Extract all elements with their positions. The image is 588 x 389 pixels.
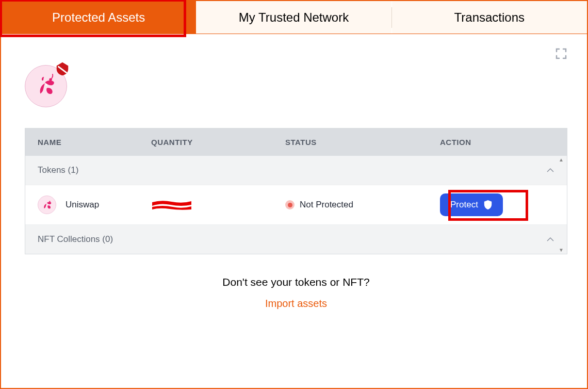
maximize-icon[interactable] <box>555 47 567 60</box>
status-label: Not Protected <box>300 200 353 210</box>
status-dot-icon <box>285 200 295 209</box>
row-name: Uniswap <box>66 200 151 210</box>
uniswap-icon <box>38 196 56 214</box>
group-tokens[interactable]: Tokens (1) <box>25 156 567 185</box>
table-row: Uniswap Not Protected <box>25 185 567 225</box>
scroll-up-icon[interactable]: ▲ <box>559 157 564 163</box>
header-name: NAME <box>38 138 151 147</box>
svg-point-2 <box>49 201 50 202</box>
group-label: NFT Collections (0) <box>38 234 113 245</box>
row-status: Not Protected <box>285 200 440 210</box>
header-action: ACTION <box>440 138 554 147</box>
tab-trusted-network[interactable]: My Trusted Network <box>196 1 391 34</box>
table-body: ▲ Tokens (1) <box>25 156 567 254</box>
alert-icon <box>55 61 70 76</box>
protect-button[interactable]: Protect <box>440 193 503 216</box>
header-status: STATUS <box>285 138 440 147</box>
chevron-up-icon <box>546 168 554 173</box>
group-label: Tokens (1) <box>38 165 78 175</box>
import-assets-link[interactable]: Import assets <box>25 298 567 310</box>
tab-bar: Protected Assets My Trusted Network Tran… <box>1 1 587 34</box>
header-quantity: QUANTITY <box>151 138 285 147</box>
button-label: Protect <box>450 200 478 210</box>
table-header: NAME QUANTITY STATUS ACTION <box>25 128 567 156</box>
asset-badge <box>25 65 67 107</box>
redacted-quantity <box>151 199 192 210</box>
content-area: NAME QUANTITY STATUS ACTION ▲ Tokens (1) <box>1 34 587 320</box>
footer-prompt: Don't see your tokens or NFT? <box>25 276 567 288</box>
tab-protected-assets[interactable]: Protected Assets <box>1 1 196 34</box>
tab-transactions[interactable]: Transactions <box>392 1 587 34</box>
tab-label: Protected Assets <box>52 10 145 25</box>
group-nft[interactable]: NFT Collections (0) <box>25 225 567 254</box>
svg-point-1 <box>45 84 47 86</box>
chevron-up-icon <box>546 237 554 242</box>
assets-table: NAME QUANTITY STATUS ACTION ▲ Tokens (1) <box>25 128 567 254</box>
tab-label: My Trusted Network <box>239 10 349 25</box>
tab-label: Transactions <box>454 10 525 25</box>
scroll-down-icon[interactable]: ▼ <box>559 247 564 253</box>
row-action: Protect <box>440 193 554 216</box>
shield-icon <box>483 200 493 210</box>
row-quantity <box>151 199 285 210</box>
app-frame: Protected Assets My Trusted Network Tran… <box>0 0 588 389</box>
